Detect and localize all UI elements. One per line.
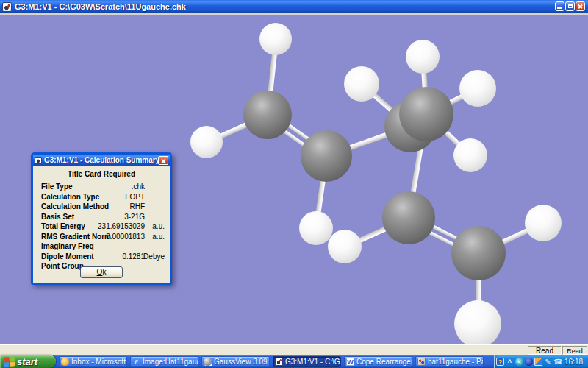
row-value: 0.1281 — [122, 252, 145, 262]
taskbar-button-gaussview[interactable]: GaussView 3.09 — [201, 356, 270, 367]
summary-row: Dipole Moment0.1281Debye — [33, 252, 170, 262]
task-buttons: Inbox - Microsoft Out...eImage:Hat11gauc… — [59, 356, 484, 367]
row-label: Total Energy — [41, 222, 85, 232]
taskbar-button-label: hat11gauche - Paint — [428, 358, 483, 366]
paint-icon — [417, 358, 426, 366]
restore-button[interactable] — [565, 1, 575, 11]
word-icon: W — [346, 358, 354, 366]
gaussview-icon — [204, 358, 212, 366]
taskbar: start Inbox - Microsoft Out...eImage:Hat… — [0, 355, 588, 368]
atom-C4[interactable] — [399, 87, 453, 141]
atom-H3a[interactable] — [344, 66, 379, 102]
summary-row: Total Energy-231.69153029a.u. — [33, 222, 170, 232]
taskbar-button-label: Inbox - Microsoft Out... — [71, 358, 126, 366]
row-label: Calculation Method — [41, 202, 109, 212]
dialog-title: G3:M1:V1 - Calculation Summary — [44, 156, 158, 164]
window-title: G3:M1:V1 - C:\G03W\Scratch\11Ugauche.chk — [15, 2, 186, 11]
dialog-icon — [35, 157, 42, 164]
taskbar-button-label: G3:M1:V1 - C:\G03W... — [285, 358, 340, 366]
dialog-titlebar[interactable]: G3:M1:V1 - Calculation Summary — [33, 155, 170, 166]
status-bar: Read Only Read Only — [0, 344, 588, 355]
summary-row: File Type.chk — [33, 182, 170, 192]
start-button[interactable]: start — [0, 355, 56, 368]
atom-C1[interactable] — [243, 91, 292, 139]
atom-H6a[interactable] — [525, 205, 562, 241]
row-value: 3-21G — [124, 212, 145, 222]
summary-row: Basis Set3-21G — [33, 212, 170, 222]
messenger-icon[interactable] — [525, 358, 533, 366]
taskbar-button-label: Cope Rearrangement... — [356, 358, 412, 366]
outlook-icon — [61, 358, 69, 366]
atom-H4b[interactable] — [453, 138, 487, 172]
start-label: start — [17, 356, 37, 367]
atom-C5[interactable] — [382, 191, 435, 244]
ie-icon: e — [132, 358, 140, 366]
taskbar-button-gaussfile[interactable]: G3:M1:V1 - C:\G03W... — [273, 356, 341, 367]
taskbar-button-ie[interactable]: eImage:Hat11gauche.... — [130, 356, 198, 367]
restore-icon — [568, 4, 573, 8]
atom-H6b[interactable] — [454, 300, 501, 344]
atom-H1a[interactable] — [259, 23, 292, 55]
calculation-summary-dialog: G3:M1:V1 - Calculation Summary Title Car… — [31, 152, 172, 285]
taskbar-button-label: GaussView 3.09 — [214, 358, 268, 366]
taskbar-button-label: Image:Hat11gauche.... — [143, 358, 198, 366]
row-label: Dipole Moment — [41, 252, 94, 262]
media-icon[interactable]: < — [515, 358, 523, 366]
taskbar-button-outlook[interactable]: Inbox - Microsoft Out... — [59, 356, 127, 367]
gaussview-file-icon — [2, 2, 12, 12]
row-unit: a.u. — [152, 222, 165, 232]
atom-H2[interactable] — [299, 211, 333, 245]
row-label: RMS Gradient Norm — [41, 232, 111, 242]
minimize-button[interactable] — [555, 1, 564, 11]
windows-logo-icon — [4, 356, 15, 367]
status-read-only-1: Read Only — [528, 346, 562, 355]
close-button[interactable] — [576, 1, 585, 11]
summary-rows: File Type.chkCalculation TypeFOPTCalcula… — [33, 182, 170, 272]
summary-row: Calculation TypeFOPT — [33, 192, 170, 202]
ok-button[interactable]: Ok — [80, 266, 123, 278]
row-label: File Type — [41, 182, 73, 192]
summary-row: RMS Gradient Norm0.00001813a.u. — [33, 232, 170, 242]
row-value: 0.00001813 — [106, 232, 145, 242]
dialog-heading: Title Card Required — [33, 170, 170, 178]
row-label: Point Group — [41, 261, 84, 272]
atom-C2[interactable] — [301, 130, 352, 182]
atom-H4a[interactable] — [459, 70, 496, 107]
help-icon[interactable]: ? — [496, 358, 504, 366]
hide-icons-icon[interactable]: ˄ — [506, 358, 514, 366]
taskbar-button-word[interactable]: WCope Rearrangement... — [344, 356, 412, 367]
taskbar-clock: 16:18 — [564, 358, 583, 366]
row-value: -231.69153029 — [96, 222, 145, 232]
row-value: RHF — [129, 202, 145, 212]
atom-C6[interactable] — [451, 226, 506, 280]
gaussview-window: G3:M1:V1 - C:\G03W\Scratch\11Ugauche.chk… — [0, 0, 588, 368]
row-label: Calculation Type — [41, 192, 99, 202]
dialog-close-button[interactable] — [158, 156, 168, 165]
row-unit: Debye — [143, 252, 165, 262]
display-icon[interactable] — [534, 358, 542, 366]
modem-icon[interactable]: ☎ — [553, 358, 562, 366]
atom-H3b[interactable] — [406, 40, 440, 74]
row-value: FOPT — [125, 192, 145, 202]
row-value: .chk — [132, 182, 145, 192]
system-tray: ?˄<✎☎ 16:18 — [494, 355, 588, 368]
atom-H5[interactable] — [328, 230, 362, 263]
row-unit: a.u. — [152, 232, 165, 242]
row-label: Imaginary Freq — [41, 241, 94, 252]
summary-row: Imaginary Freq — [33, 241, 170, 252]
minimize-icon — [557, 7, 562, 9]
taskbar-button-paint[interactable]: hat11gauche - Paint — [415, 356, 484, 367]
tray-icons: ?˄<✎☎ — [495, 358, 562, 366]
atom-H1b[interactable] — [190, 126, 223, 158]
window-titlebar: G3:M1:V1 - C:\G03W\Scratch\11Ugauche.chk — [0, 0, 588, 13]
summary-row: Calculation MethodRHF — [33, 202, 170, 212]
gaussfile-icon — [275, 358, 283, 366]
row-label: Basis Set — [41, 212, 74, 222]
status-read-only-2: Read Only — [562, 346, 587, 355]
pen-icon[interactable]: ✎ — [544, 358, 552, 366]
